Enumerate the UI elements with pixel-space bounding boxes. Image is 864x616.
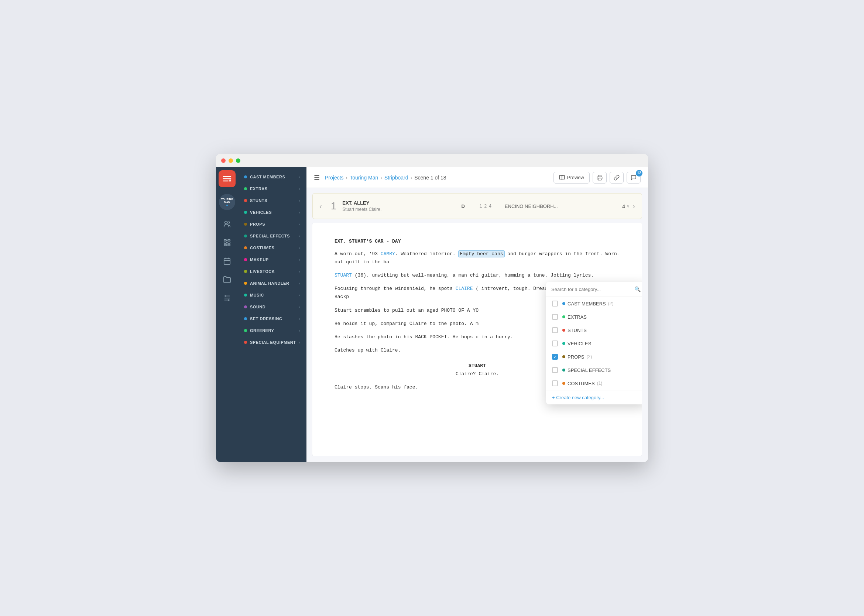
chevron-icon: ›	[299, 341, 300, 344]
people-nav-icon[interactable]	[219, 216, 235, 232]
sidebar-item-props[interactable]: PROPS ›	[238, 218, 306, 230]
breadcrumb-stripboard[interactable]: Stripboard	[384, 175, 408, 181]
svg-point-13	[228, 300, 229, 301]
preview-button[interactable]: Preview	[553, 172, 590, 184]
app-body: TOURINGMAN	[216, 167, 648, 462]
claire-link[interactable]: CLAIRE	[456, 286, 473, 291]
sidebar-item-livestock[interactable]: LIVESTOCK ›	[238, 266, 306, 277]
sidebar-item-set-dressing[interactable]: SET DRESSING ›	[238, 313, 306, 325]
extras-label: EXTRAS	[562, 314, 640, 320]
svg-rect-2	[224, 240, 226, 241]
main-content: ☰ Projects › Touring Man › Stripboard › …	[306, 167, 648, 462]
calendar-nav-icon[interactable]	[219, 253, 235, 269]
breadcrumb-sep1: ›	[346, 175, 348, 181]
hamburger-menu[interactable]: ☰	[314, 174, 320, 182]
dropdown-item-vehicles[interactable]: VEHICLES	[546, 337, 642, 350]
category-search-input[interactable]	[551, 287, 632, 292]
vehicles-checkbox[interactable]	[552, 341, 558, 346]
icon-sidebar: TOURINGMAN	[216, 167, 238, 462]
script-para-1: A worn-out, '93 CAMRY. Weathered interio…	[335, 250, 620, 266]
create-new-category-button[interactable]: + Create new category...	[552, 395, 604, 400]
svg-rect-4	[224, 242, 226, 244]
sidebar-item-vehicles[interactable]: VEHICLES ›	[238, 206, 306, 218]
dropdown-item-stunts[interactable]: STUNTS	[546, 324, 642, 337]
camry-link[interactable]: CAMRY	[381, 251, 395, 257]
stunts-label: STUNTS	[562, 328, 640, 333]
preview-label: Preview	[567, 175, 584, 180]
dropdown-item-special-effects[interactable]: SPECIAL EFFECTS	[546, 363, 642, 377]
breadcrumb-current: Scene 1 of 18	[414, 175, 446, 181]
scene-number: 1	[331, 200, 337, 212]
special-effects-checkbox[interactable]	[552, 367, 558, 373]
scene-pages: 1 2 4	[480, 203, 492, 209]
comment-badge: 12	[636, 170, 643, 176]
category-dropdown-list: CAST MEMBERS (2) EXTRAS	[546, 297, 642, 390]
scene-count: 4 ∨	[622, 203, 630, 209]
chevron-icon: ›	[299, 222, 300, 226]
maximize-dot[interactable]	[236, 159, 240, 163]
chevron-icon: ›	[299, 305, 300, 309]
costumes-checkbox[interactable]	[552, 380, 558, 386]
sidebar-item-animal-handler[interactable]: ANIMAL HANDLER ›	[238, 277, 306, 289]
chevron-icon: ›	[299, 317, 300, 321]
extras-checkbox[interactable]	[552, 314, 558, 320]
props-checkbox[interactable]: ✓	[552, 354, 558, 360]
dropdown-item-extras[interactable]: EXTRAS	[546, 310, 642, 324]
settings-nav-icon[interactable]	[219, 290, 235, 306]
svg-rect-3	[228, 240, 230, 241]
dropdown-item-props[interactable]: ✓ PROPS (2)	[546, 350, 642, 363]
sidebar-item-extras[interactable]: EXTRAS ›	[238, 183, 306, 195]
project-avatar[interactable]: TOURINGMAN	[219, 194, 235, 210]
scene-next-button[interactable]: ›	[630, 202, 638, 211]
scene-info: EXT. ALLEY Stuart meets Claire.	[342, 200, 454, 212]
svg-rect-14	[598, 178, 601, 180]
scene-prev-button[interactable]: ‹	[316, 202, 325, 211]
chevron-icon: ›	[299, 270, 300, 273]
category-search-container: 🔍	[546, 282, 642, 297]
header-actions: Preview	[553, 172, 641, 184]
sidebar-item-special-equipment[interactable]: SPECIAL EQUIPMENT ›	[238, 336, 306, 348]
print-button[interactable]	[592, 172, 606, 184]
scene-time-of-day: D	[461, 203, 465, 209]
cast-members-checkbox[interactable]	[552, 301, 558, 306]
script-heading: EXT. STUART'S CAR - DAY	[335, 237, 620, 245]
chevron-icon: ›	[299, 293, 300, 297]
comments-button[interactable]: 12	[627, 172, 641, 184]
breadcrumb-projects[interactable]: Projects	[325, 175, 344, 181]
header: ☰ Projects › Touring Man › Stripboard › …	[306, 167, 648, 188]
category-sidebar: CAST MEMBERS › EXTRAS › STUNTS ›	[238, 167, 306, 462]
sidebar-item-greenery[interactable]: GREENERY ›	[238, 325, 306, 336]
scene-int-ext: EXT. ALLEY	[342, 200, 454, 206]
grid-nav-icon[interactable]	[219, 234, 235, 251]
svg-rect-8	[224, 259, 230, 265]
vehicles-label: VEHICLES	[562, 341, 640, 346]
scene-description: Stuart meets Claire.	[342, 207, 454, 212]
app-logo[interactable]	[218, 170, 236, 187]
sidebar-item-sound[interactable]: SOUND ›	[238, 301, 306, 313]
sidebar-item-special-effects[interactable]: SPECIAL EFFECTS ›	[238, 230, 306, 242]
sidebar-item-costumes[interactable]: COSTUMES ›	[238, 242, 306, 254]
svg-rect-5	[228, 242, 230, 244]
chevron-icon: ›	[299, 234, 300, 238]
search-icon: 🔍	[634, 286, 641, 292]
dropdown-item-costumes[interactable]: COSTUMES (1)	[546, 377, 642, 390]
sidebar-item-stunts[interactable]: STUNTS ›	[238, 195, 306, 206]
folder-nav-icon[interactable]	[219, 272, 235, 288]
stuart-link[interactable]: STUART	[335, 273, 352, 278]
sidebar-item-makeup[interactable]: MAKEUP ›	[238, 254, 306, 266]
dropdown-item-cast-members[interactable]: CAST MEMBERS (2)	[546, 297, 642, 310]
empty-beer-cans-highlight: Empty beer cans	[458, 250, 504, 258]
link-button[interactable]	[610, 172, 624, 184]
minimize-dot[interactable]	[229, 159, 233, 163]
sidebar-item-cast-members[interactable]: CAST MEMBERS ›	[238, 171, 306, 183]
svg-rect-7	[228, 245, 230, 246]
stunts-checkbox[interactable]	[552, 327, 558, 333]
chevron-icon: ›	[299, 199, 300, 203]
dropdown-footer: + Create new category...	[546, 390, 642, 404]
breadcrumb-touring-man[interactable]: Touring Man	[350, 175, 378, 181]
category-dropdown: 🔍 CAST MEMBERS (2)	[546, 282, 642, 404]
sidebar-item-music[interactable]: MUSIC ›	[238, 289, 306, 301]
script-container: EXT. STUART'S CAR - DAY A worn-out, '93 …	[313, 223, 642, 456]
chevron-icon: ›	[299, 187, 300, 191]
close-dot[interactable]	[221, 159, 226, 163]
